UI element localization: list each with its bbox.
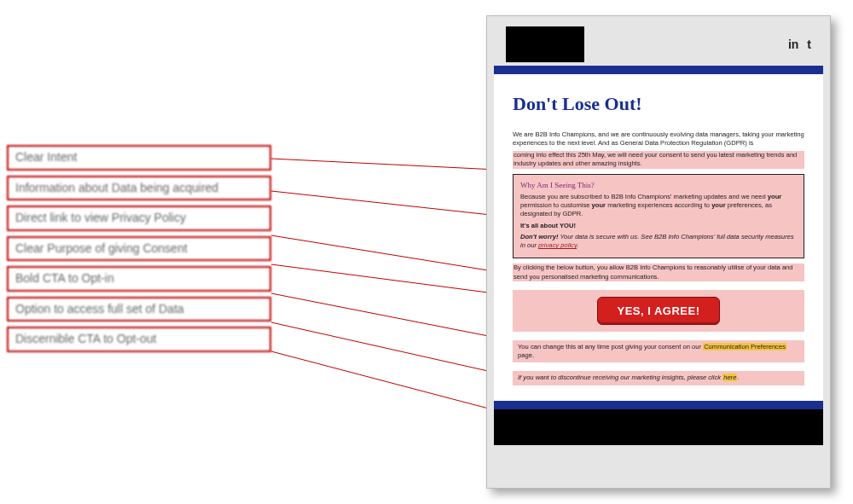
info-box: Why Am I Seeing This? Because you are su… <box>513 174 804 259</box>
linkedin-icon[interactable]: in <box>788 38 798 51</box>
cta-highlight: YES, I AGREE! <box>513 290 804 332</box>
svg-line-1 <box>271 191 514 217</box>
email-body: Don't Lose Out! We are B2B Info Champion… <box>494 74 823 401</box>
intro-p2-highlight: coming into effect this 25th May, we wil… <box>513 151 804 169</box>
label-consent-purpose: Clear Purpose of giving Consent <box>7 236 271 262</box>
label-optout-cta: Discernible CTA to Opt-out <box>7 327 271 352</box>
optout-link[interactable]: here <box>722 374 737 381</box>
label-privacy-link: Direct link to view Privacy Policy <box>7 206 271 231</box>
agree-button[interactable]: YES, I AGREE! <box>597 297 719 325</box>
twitter-icon[interactable]: t <box>807 38 811 51</box>
blue-bar-top <box>494 66 823 74</box>
comm-prefs-link[interactable]: Communication Preferences <box>703 343 786 350</box>
intro-p1: We are B2B Info Champions, and we are co… <box>513 130 804 148</box>
info-box-p3: Don't worry! Your data is secure with us… <box>520 233 797 251</box>
optout-strip: If you want to discontinue receiving our… <box>513 371 804 385</box>
info-box-p2: It's all about YOU! <box>520 222 797 230</box>
label-data-info: Information about Data being acquired <box>7 176 271 201</box>
email-mock: in t Don't Lose Out! We are B2B Info Cha… <box>486 15 831 489</box>
annotation-labels: Clear Intent Information about Data bein… <box>7 145 271 357</box>
consent-purpose: By clicking the below button, you allow … <box>513 264 804 281</box>
social-icons: in t <box>788 38 811 51</box>
email-title: Don't Lose Out! <box>513 91 804 117</box>
info-box-heading: Why Am I Seeing This? <box>520 180 797 190</box>
email-footer <box>494 409 823 445</box>
prefs-strip: You can change this at any time post giv… <box>513 340 804 363</box>
svg-line-3 <box>271 264 514 296</box>
svg-line-2 <box>271 235 514 275</box>
svg-line-6 <box>271 351 514 415</box>
label-data-access: Option to access full set of Data <box>7 297 271 322</box>
blue-bar-bottom <box>494 401 823 409</box>
privacy-policy-link[interactable]: privacy policy <box>538 241 577 249</box>
label-bold-cta: Bold CTA to Opt-in <box>7 266 271 292</box>
email-header: in t <box>494 23 823 66</box>
svg-line-0 <box>271 159 514 171</box>
label-clear-intent: Clear Intent <box>7 145 271 171</box>
svg-line-4 <box>271 293 514 341</box>
svg-line-5 <box>271 322 514 377</box>
info-box-p1: Because you are subscribed to B2B Info C… <box>520 193 797 219</box>
logo-placeholder <box>506 26 584 62</box>
